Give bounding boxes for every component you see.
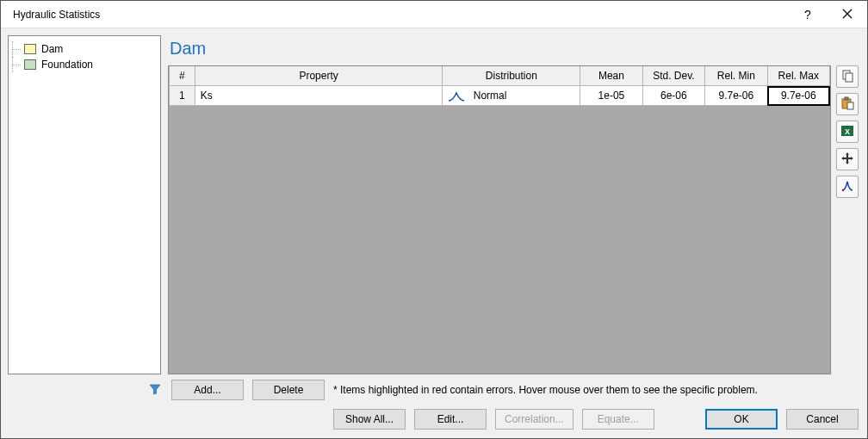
grid-header-row: # Property Distribution Mean Std. Dev. R… xyxy=(170,66,830,86)
distribution-fit-icon xyxy=(840,179,854,195)
excel-icon: X xyxy=(840,124,854,140)
cell-relmin[interactable]: 9.7e-06 xyxy=(705,86,767,106)
tree-item-foundation[interactable]: Foundation xyxy=(12,57,157,72)
edit-button[interactable]: Edit... xyxy=(414,409,487,430)
show-all-button[interactable]: Show All... xyxy=(333,409,406,430)
col-header-relmin[interactable]: Rel. Min xyxy=(705,66,767,86)
col-header-stddev[interactable]: Std. Dev. xyxy=(642,66,704,86)
titlebar: Hydraulic Statistics ? xyxy=(1,1,867,28)
help-icon: ? xyxy=(804,8,811,22)
client-area: Dam Foundation Dam # Proper xyxy=(1,28,867,438)
swatch-icon xyxy=(24,59,36,70)
cell-property[interactable]: Ks xyxy=(195,86,443,106)
copy-icon xyxy=(840,69,854,85)
correlation-button: Correlation... xyxy=(495,409,574,430)
close-icon xyxy=(842,8,852,22)
tree-item-label: Dam xyxy=(41,43,63,55)
cell-rownum[interactable]: 1 xyxy=(170,86,195,106)
close-button[interactable] xyxy=(828,1,867,28)
col-header-relmax[interactable]: Rel. Max xyxy=(767,66,829,86)
add-button[interactable]: Add... xyxy=(171,380,244,400)
col-header-distribution[interactable]: Distribution xyxy=(443,66,580,86)
export-excel-button[interactable]: X xyxy=(836,121,859,143)
window-title: Hydraulic Statistics xyxy=(13,9,788,21)
cell-distribution[interactable]: Normal xyxy=(443,86,580,106)
help-button[interactable]: ? xyxy=(788,1,828,28)
dialog-window: Hydraulic Statistics ? Dam Foundation xyxy=(0,0,868,439)
equate-button: Equate... xyxy=(582,409,654,430)
delete-button[interactable]: Delete xyxy=(252,380,325,400)
svg-rect-4 xyxy=(847,102,853,109)
cancel-button[interactable]: Cancel xyxy=(786,409,859,430)
move-button[interactable] xyxy=(836,148,859,170)
error-hint: * Items highlighted in red contain error… xyxy=(333,384,758,396)
page-title: Dam xyxy=(168,35,860,65)
distribution-fit-button[interactable] xyxy=(836,176,859,198)
cell-mean[interactable]: 1e-05 xyxy=(580,86,642,106)
swatch-icon xyxy=(24,44,36,54)
table-row[interactable]: 1 Ks Normal 1e-05 6e-06 xyxy=(170,86,830,106)
col-header-mean[interactable]: Mean xyxy=(580,66,642,86)
cell-distribution-label: Normal xyxy=(474,90,507,102)
svg-rect-1 xyxy=(846,73,852,82)
col-header-index[interactable]: # xyxy=(170,66,195,86)
copy-button[interactable] xyxy=(836,65,859,88)
normal-distribution-icon xyxy=(448,91,465,102)
tree-item-dam[interactable]: Dam xyxy=(12,41,157,57)
col-header-property[interactable]: Property xyxy=(195,66,443,86)
ok-button[interactable]: OK xyxy=(705,409,778,430)
svg-text:X: X xyxy=(845,127,850,136)
tree-item-label: Foundation xyxy=(41,59,93,71)
properties-grid[interactable]: # Property Distribution Mean Std. Dev. R… xyxy=(168,65,831,374)
material-tree[interactable]: Dam Foundation xyxy=(8,35,161,374)
paste-icon xyxy=(840,96,854,113)
filter-icon[interactable] xyxy=(147,383,163,398)
cell-relmax[interactable]: 9.7e-06 xyxy=(767,86,829,106)
toolbar-column: X xyxy=(836,65,860,374)
paste-button[interactable] xyxy=(836,93,859,115)
svg-rect-3 xyxy=(845,97,848,100)
cell-stddev[interactable]: 6e-06 xyxy=(642,86,704,106)
move-icon xyxy=(840,151,854,168)
